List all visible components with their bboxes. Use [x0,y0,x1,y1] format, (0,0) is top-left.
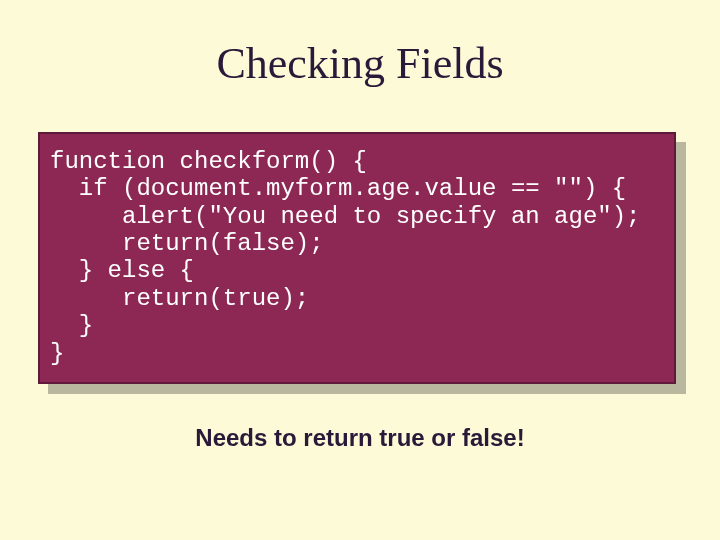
code-block: function checkform() { if (document.myfo… [38,132,676,384]
code-line: if (document.myform.age.value == "") { [50,175,626,202]
code-content: function checkform() { if (document.myfo… [50,148,664,367]
code-line: alert("You need to specify an age"); [50,203,641,230]
code-line: return(false); [50,230,324,257]
slide: Checking Fields function checkform() { i… [0,0,720,540]
code-line: } [50,312,93,339]
code-block-container: function checkform() { if (document.myfo… [38,132,682,384]
slide-title: Checking Fields [0,0,720,89]
code-line: return(true); [50,285,309,312]
code-line: function checkform() { [50,148,367,175]
code-line: } else { [50,257,194,284]
code-line: } [50,340,64,367]
slide-caption: Needs to return true or false! [0,424,720,452]
